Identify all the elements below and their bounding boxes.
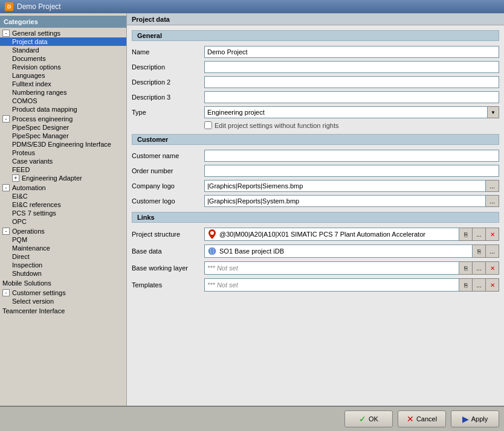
categories-header: Categories xyxy=(0,16,126,28)
sidebar-item-feed[interactable]: FEED xyxy=(0,165,126,174)
section-label-customer: Customer xyxy=(132,134,499,145)
label-type: Type xyxy=(132,109,204,116)
sidebar-item-inspection[interactable]: Inspection xyxy=(0,261,126,269)
ok-button[interactable]: ✓ OK xyxy=(344,410,393,427)
red-marker-icon xyxy=(207,229,217,239)
label-order-number: Order number xyxy=(132,167,204,174)
delete-project-structure-button[interactable]: ✕ xyxy=(486,228,499,241)
label-project-structure: Project structure xyxy=(132,231,204,238)
main-panel: Project data General Name Description De… xyxy=(127,13,504,406)
label-templates: Templates xyxy=(132,281,204,289)
input-description3[interactable] xyxy=(204,91,499,103)
delete-base-working-layer-button[interactable]: ✕ xyxy=(486,261,499,275)
label-description3: Description 3 xyxy=(132,94,204,101)
ellipsis-base-working-layer-button[interactable]: ... xyxy=(473,261,486,275)
sidebar-group-mobile-solutions: Mobile Solutions xyxy=(0,279,126,287)
section-label-general: General xyxy=(132,30,499,41)
app-icon: D xyxy=(5,2,13,11)
link-content-base-data: SO1 Base project iDB xyxy=(204,244,473,258)
sidebar-item-pipespec-manager[interactable]: PipeSpec Manager xyxy=(0,132,126,140)
sidebar-group-label-operations: Operations xyxy=(12,228,45,235)
sidebar-group-label-mobile: Mobile Solutions xyxy=(2,279,51,287)
form-row-customer-logo: Customer logo ... xyxy=(132,195,499,207)
input-customer-logo[interactable] xyxy=(204,195,486,207)
input-customer-name[interactable] xyxy=(204,150,499,162)
ellipsis-templates-button[interactable]: ... xyxy=(473,278,486,292)
expand-icon-operations: - xyxy=(2,228,10,235)
sidebar-item-case-variants[interactable]: Case variants xyxy=(0,157,126,165)
browse-customer-logo-button[interactable]: ... xyxy=(486,195,499,207)
copy-project-structure-button[interactable]: ⎘ xyxy=(459,228,473,241)
label-customer-logo: Customer logo xyxy=(132,197,204,205)
expand-icon-customer: - xyxy=(2,289,10,296)
sidebar-item-revision-options[interactable]: Revision options xyxy=(0,63,126,71)
link-content-templates: *** Not set xyxy=(204,278,459,292)
link-buttons-base-working-layer: ⎘ ... ✕ xyxy=(459,261,499,275)
sidebar-item-pcs7-settings[interactable]: PCS 7 settings xyxy=(0,209,126,217)
copy-base-data-button[interactable]: ⎘ xyxy=(473,244,486,258)
label-base-working-layer: Base working layer xyxy=(132,264,204,272)
sidebar-group-header-teamcenter[interactable]: Teamcenter Interface xyxy=(0,307,126,315)
cancel-button[interactable]: ✕ Cancel xyxy=(398,410,446,427)
sidebar-item-pipespec-designer[interactable]: PipeSpec Designer xyxy=(0,123,126,132)
ok-icon: ✓ xyxy=(359,414,366,424)
sidebar-item-pqm[interactable]: PQM xyxy=(0,235,126,244)
type-select[interactable]: Engineering project xyxy=(204,106,499,118)
browse-company-logo-button[interactable]: ... xyxy=(486,180,499,192)
section-label-links: Links xyxy=(132,212,499,223)
sidebar-group-label-teamcenter: Teamcenter Interface xyxy=(2,307,65,314)
sidebar-group-label-automation: Automation xyxy=(12,184,46,191)
company-logo-input-wrapper: ... xyxy=(204,180,499,192)
sidebar-group-header-general[interactable]: - General settings xyxy=(0,29,126,37)
link-text-project-structure: @30|M00|A20|A10|X01 SIMATIC PCS 7 Plant … xyxy=(219,231,456,238)
sidebar-item-maintenance[interactable]: Maintenance xyxy=(0,244,126,252)
sidebar-item-documents[interactable]: Documents xyxy=(0,54,126,63)
input-name[interactable] xyxy=(204,46,499,58)
form-row-order-number: Order number xyxy=(132,165,499,177)
sidebar-item-engineering-adapter[interactable]: +Engineering Adapter xyxy=(0,174,126,182)
sidebar-item-comos[interactable]: COMOS xyxy=(0,97,126,105)
sidebar: Categories - General settings Project da… xyxy=(0,13,127,406)
apply-button[interactable]: ▶ Apply xyxy=(451,410,499,427)
checkbox-function-rights[interactable] xyxy=(204,121,212,129)
delete-templates-button[interactable]: ✕ xyxy=(486,278,499,292)
expand-icon-process: - xyxy=(2,115,10,123)
sidebar-item-languages[interactable]: Languages xyxy=(0,71,126,80)
panel-content: General Name Description Description 2 D… xyxy=(127,25,504,406)
sidebar-group-header-automation[interactable]: - Automation xyxy=(0,184,126,192)
input-order-number[interactable] xyxy=(204,165,499,177)
sidebar-item-project-data[interactable]: Project data xyxy=(0,37,126,46)
sidebar-item-proteus[interactable]: Proteus xyxy=(0,148,126,157)
sidebar-item-standard[interactable]: Standard xyxy=(0,46,126,54)
sidebar-group-header-operations[interactable]: - Operations xyxy=(0,227,126,235)
label-description2: Description 2 xyxy=(132,78,204,86)
ellipsis-base-data-button[interactable]: ... xyxy=(486,244,499,258)
input-company-logo[interactable] xyxy=(204,180,486,192)
sidebar-item-opc[interactable]: OPC xyxy=(0,217,126,226)
sidebar-item-ei-c[interactable]: EI&C xyxy=(0,192,126,200)
sidebar-group-customer-settings: - Customer settings Select version xyxy=(0,289,126,305)
input-description[interactable] xyxy=(204,61,499,73)
sidebar-item-shutdown[interactable]: Shutdown xyxy=(0,269,126,278)
link-buttons-project-structure: ⎘ ... ✕ xyxy=(459,228,499,241)
sidebar-item-product-data-mapping[interactable]: Product data mapping xyxy=(0,105,126,113)
sidebar-item-select-version[interactable]: Select version xyxy=(0,297,126,305)
sidebar-group-header-process[interactable]: - Process engineering xyxy=(0,115,126,123)
sidebar-item-direct[interactable]: Direct xyxy=(0,252,126,261)
sidebar-item-ei-c-references[interactable]: EI&C references xyxy=(0,200,126,209)
sidebar-group-process-engineering: - Process engineering PipeSpec Designer … xyxy=(0,115,126,182)
input-description2[interactable] xyxy=(204,76,499,88)
sidebar-group-header-mobile[interactable]: Mobile Solutions xyxy=(0,279,126,287)
copy-base-working-layer-button[interactable]: ⎘ xyxy=(459,261,473,275)
apply-label: Apply xyxy=(471,415,488,423)
sidebar-group-header-customer[interactable]: - Customer settings xyxy=(0,289,126,297)
sidebar-group-label-general: General settings xyxy=(12,30,60,37)
form-row-company-logo: Company logo ... xyxy=(132,180,499,192)
ellipsis-project-structure-button[interactable]: ... xyxy=(473,228,486,241)
expand-icon-engineering-adapter: + xyxy=(12,174,19,182)
sidebar-item-pdms-e3d[interactable]: PDMS/E3D Engineering Interface xyxy=(0,140,126,148)
sidebar-item-fulltext-index[interactable]: Fulltext index xyxy=(0,80,126,88)
sidebar-item-numbering-ranges[interactable]: Numbering ranges xyxy=(0,88,126,97)
copy-templates-button[interactable]: ⎘ xyxy=(459,278,473,292)
checkbox-row-function-rights: Edit project settings without function r… xyxy=(204,121,499,129)
